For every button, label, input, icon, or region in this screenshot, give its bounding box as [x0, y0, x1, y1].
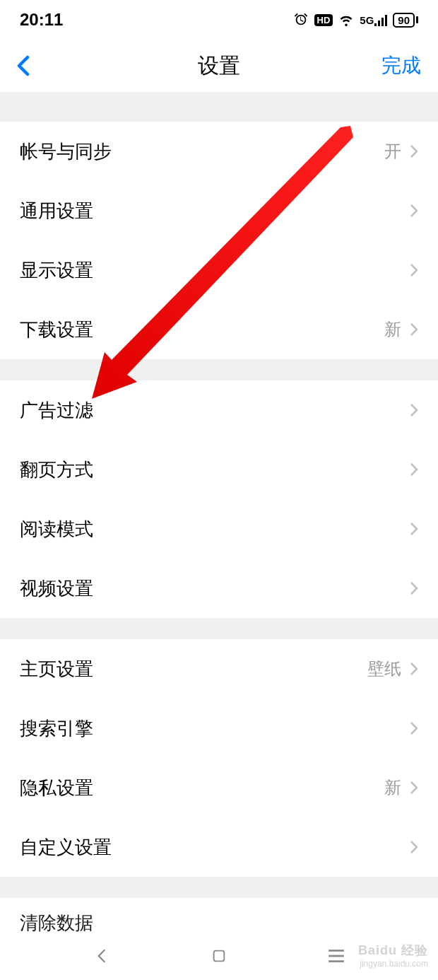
nav-menu-icon[interactable]: [327, 948, 345, 964]
settings-item-custom[interactable]: 自定义设置: [0, 817, 438, 877]
svg-rect-1: [378, 21, 380, 26]
settings-item-privacy[interactable]: 隐私设置 新: [0, 758, 438, 817]
nav-back-icon[interactable]: [93, 947, 111, 965]
chevron-right-icon: [410, 721, 418, 735]
nav-home-icon[interactable]: [211, 948, 227, 964]
back-button[interactable]: [17, 55, 45, 76]
item-label: 自定义设置: [20, 835, 401, 860]
chevron-right-icon: [410, 522, 418, 536]
svg-rect-5: [214, 951, 225, 962]
chevron-right-icon: [410, 263, 418, 277]
svg-rect-4: [416, 16, 418, 23]
chevron-right-icon: [410, 144, 418, 158]
item-value: 开: [384, 140, 401, 163]
svg-rect-0: [374, 23, 377, 26]
chevron-right-icon: [410, 322, 418, 337]
settings-item-clear-data[interactable]: 清除数据: [0, 898, 438, 936]
item-value: 新: [384, 776, 401, 799]
settings-item-general[interactable]: 通用设置: [0, 181, 438, 240]
item-value: 新: [384, 318, 401, 341]
item-label: 帐号与同步: [20, 139, 384, 164]
chevron-right-icon: [410, 403, 418, 417]
item-label: 搜索引擎: [20, 716, 401, 741]
item-label: 下载设置: [20, 317, 384, 342]
status-bar: 20:11 HD 5G 90: [0, 0, 438, 40]
battery-icon: 90: [393, 13, 418, 28]
item-label: 阅读模式: [20, 517, 401, 542]
item-label: 广告过滤: [20, 398, 401, 423]
settings-item-ad-filter[interactable]: 广告过滤: [0, 380, 438, 440]
settings-item-page-flip[interactable]: 翻页方式: [0, 440, 438, 499]
item-label: 翻页方式: [20, 457, 401, 482]
item-label: 视频设置: [20, 576, 401, 601]
chevron-right-icon: [410, 840, 418, 854]
item-label: 显示设置: [20, 258, 401, 283]
settings-item-display[interactable]: 显示设置: [0, 240, 438, 300]
chevron-right-icon: [410, 662, 418, 676]
alarm-icon: [293, 12, 309, 28]
item-label: 通用设置: [20, 199, 401, 223]
settings-item-video[interactable]: 视频设置: [0, 559, 438, 618]
svg-rect-3: [385, 15, 387, 26]
status-time: 20:11: [20, 10, 63, 30]
chevron-right-icon: [410, 462, 418, 477]
signal-icon: 5G: [360, 14, 387, 26]
svg-rect-2: [381, 18, 384, 26]
settings-item-account-sync[interactable]: 帐号与同步 开: [0, 122, 438, 181]
settings-item-read-mode[interactable]: 阅读模式: [0, 499, 438, 559]
system-nav-bar: [0, 932, 438, 980]
chevron-right-icon: [410, 204, 418, 218]
status-icons: HD 5G 90: [293, 12, 418, 28]
done-button[interactable]: 完成: [381, 52, 421, 79]
navigation-bar: 设置 完成: [0, 40, 438, 92]
item-value: 壁纸: [367, 658, 401, 680]
chevron-left-icon: [17, 55, 30, 76]
item-label: 隐私设置: [20, 776, 384, 800]
settings-item-search-engine[interactable]: 搜索引擎: [0, 699, 438, 758]
chevron-right-icon: [410, 781, 418, 795]
item-label: 主页设置: [20, 657, 367, 682]
settings-item-homepage[interactable]: 主页设置 壁纸: [0, 639, 438, 699]
settings-item-download[interactable]: 下载设置 新: [0, 300, 438, 359]
wifi-icon: [338, 12, 354, 28]
hd-icon: HD: [314, 14, 333, 26]
chevron-right-icon: [410, 581, 418, 595]
page-title: 设置: [198, 52, 240, 81]
